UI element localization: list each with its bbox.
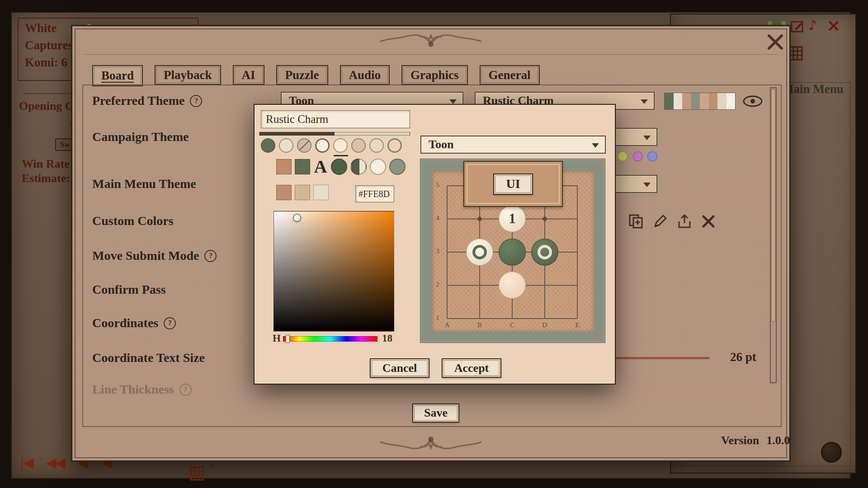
palette-swatch-ring[interactable] — [315, 138, 330, 153]
palette-swatch-empty[interactable] — [387, 138, 402, 153]
hex-color-input[interactable] — [355, 185, 394, 202]
tab-board[interactable]: Board — [92, 65, 143, 86]
tab-puzzle[interactable]: Puzzle — [276, 65, 328, 85]
bottom-flourish-ornament — [363, 432, 499, 454]
accept-button[interactable]: Accept — [442, 358, 501, 378]
win-rate-label: Win Rate — [22, 157, 70, 171]
estimate-label: Estimate: — [22, 172, 70, 185]
palette-swatch-green[interactable] — [261, 138, 275, 153]
help-icon[interactable]: ? — [190, 95, 202, 107]
help-icon[interactable]: ? — [179, 384, 192, 396]
row-coordinate: 3 — [433, 248, 442, 255]
main-menu-label[interactable]: Main Menu — [782, 82, 844, 96]
element-stone-light[interactable] — [370, 159, 386, 175]
preferred-theme-label: Preferred Theme ? — [92, 93, 202, 109]
preview-theme-dropdown[interactable]: Toon — [420, 136, 606, 154]
delete-color-icon[interactable] — [700, 213, 717, 230]
tab-graphics[interactable]: Graphics — [401, 65, 468, 85]
strip-swatch — [709, 93, 718, 109]
row-coordinate: 1 — [433, 314, 442, 322]
move-number: 1 — [499, 206, 525, 232]
settings-scrollbar[interactable] — [770, 87, 777, 383]
tab-graphics-label: Graphics — [410, 68, 459, 82]
tab-general-label: General — [489, 68, 531, 82]
ui-preview-button[interactable]: UI — [493, 174, 533, 195]
export-icon[interactable] — [676, 213, 693, 230]
jump-start-button[interactable]: |◀ — [20, 455, 33, 470]
captures-label: Captures: — [25, 38, 77, 52]
scrollbar-handle[interactable] — [771, 89, 775, 322]
strip-swatch — [700, 93, 709, 109]
stone-white-move-1: 1 — [499, 205, 526, 232]
coordinate-text-size-label: Coordinate Text Size — [92, 350, 205, 366]
accept-button-label: Accept — [454, 361, 489, 375]
tab-playback[interactable]: Playback — [155, 65, 221, 85]
board-element-row: A — [276, 158, 406, 175]
help-icon[interactable]: ? — [164, 317, 176, 329]
main-menu-theme-label: Main Menu Theme — [92, 176, 196, 192]
contrast-preview-bar — [259, 132, 410, 136]
version-value: 1.0.0 — [766, 434, 790, 447]
palette-swatch-cream[interactable] — [279, 138, 293, 153]
settings-tabs: Board Playback AI Puzzle Audio Graphics … — [92, 65, 540, 85]
element-stone-dark[interactable] — [331, 159, 347, 175]
row-coordinate: 4 — [433, 214, 442, 222]
row-coordinate: 5 — [433, 181, 442, 189]
col-coordinate: B — [475, 321, 484, 329]
tab-audio[interactable]: Audio — [340, 65, 390, 85]
tab-playback-label: Playback — [164, 68, 212, 82]
saturation-value-picker[interactable] — [274, 211, 394, 332]
edit-window-icon[interactable] — [789, 18, 806, 34]
color-picker-cursor[interactable] — [293, 214, 301, 222]
stone-accent — [499, 272, 526, 299]
music-icon[interactable]: ♪ — [808, 17, 817, 33]
strip-swatch — [726, 93, 736, 109]
accent-dot-yellow[interactable] — [618, 151, 627, 161]
cancel-button[interactable]: Cancel — [370, 358, 429, 378]
strip-swatch — [691, 93, 700, 109]
theme-name-input[interactable] — [261, 110, 410, 128]
palette-swatch-tan[interactable] — [351, 138, 366, 153]
close-dialog-icon[interactable] — [766, 33, 785, 52]
hue-slider[interactable] — [283, 336, 377, 342]
edit-pencil-icon[interactable] — [652, 213, 668, 230]
accent-dot-blue[interactable] — [647, 151, 657, 161]
line-thickness-label: Line Thickness ? — [92, 381, 192, 398]
palette-swatch-custom[interactable] — [297, 138, 311, 153]
accent-dot-magenta[interactable] — [633, 151, 643, 161]
screen: White Captures: Komi: 6 Opening G Sw Win… — [0, 0, 868, 488]
wood-swatch-mid[interactable] — [295, 185, 310, 200]
tab-puzzle-label: Puzzle — [285, 68, 319, 82]
palette-swatch-pale[interactable] — [369, 138, 384, 153]
palette-swatch-selected[interactable] — [333, 138, 348, 153]
preview-eye-icon[interactable] — [742, 94, 763, 108]
label-text: Line Thickness — [92, 382, 174, 397]
label-text: Custom Colors — [92, 214, 174, 228]
element-letter-swatch[interactable]: A — [313, 159, 328, 175]
row-coordinate: 2 — [433, 281, 442, 288]
col-coordinate: D — [540, 321, 549, 329]
wood-swatch-light[interactable] — [313, 185, 329, 200]
black-stone-icon — [821, 442, 842, 463]
theme-palette-row — [261, 138, 402, 153]
header-divider — [84, 54, 778, 55]
coordinate-size-slider[interactable] — [605, 357, 710, 359]
wood-swatch-dark[interactable] — [276, 185, 292, 200]
board-grid-icon[interactable] — [189, 465, 205, 482]
element-swatch-wood[interactable] — [276, 159, 292, 174]
element-swatch-green[interactable] — [295, 159, 310, 174]
move-submit-mode-label: Move Submit Mode ? — [92, 248, 217, 264]
duplicate-color-icon[interactable] — [628, 213, 644, 230]
help-icon[interactable]: ? — [204, 250, 217, 262]
close-window-icon[interactable]: × — [826, 15, 841, 35]
stone-green-marked — [531, 239, 558, 266]
col-coordinate: A — [443, 321, 452, 329]
tab-general[interactable]: General — [480, 65, 540, 85]
label-text: Main Menu Theme — [92, 177, 196, 191]
element-stone-grey[interactable] — [389, 159, 406, 175]
element-stone-split[interactable] — [350, 159, 367, 175]
hue-slider-handle[interactable] — [286, 335, 290, 343]
save-button[interactable]: Save — [412, 404, 459, 422]
tab-ai[interactable]: AI — [233, 65, 264, 85]
rewind-button[interactable]: ◀◀ — [46, 455, 64, 470]
